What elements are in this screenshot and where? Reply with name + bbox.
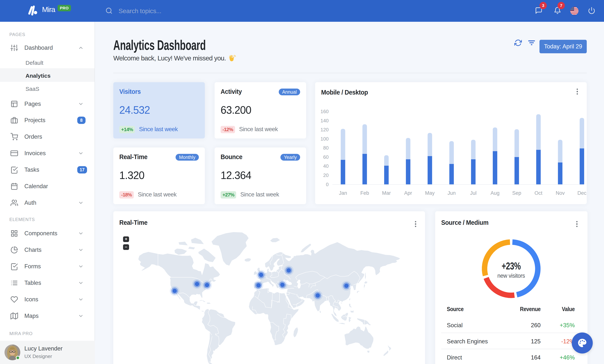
svg-text:80: 80: [323, 145, 329, 151]
svg-text:20: 20: [323, 172, 329, 178]
svg-text:40: 40: [323, 163, 329, 169]
svg-text:Sep: Sep: [512, 190, 521, 196]
svg-text:Nov: Nov: [556, 190, 565, 196]
svg-text:Jan: Jan: [339, 190, 347, 196]
svg-text:100: 100: [321, 136, 329, 142]
svg-text:140: 140: [321, 118, 329, 124]
svg-text:120: 120: [321, 127, 329, 132]
svg-text:Jul: Jul: [470, 190, 477, 196]
svg-text:Dec: Dec: [577, 190, 586, 196]
svg-text:Mar: Mar: [382, 190, 391, 196]
svg-text:Aug: Aug: [491, 190, 500, 196]
svg-text:60: 60: [323, 154, 329, 160]
svg-text:Oct: Oct: [535, 190, 543, 196]
svg-text:0: 0: [326, 182, 329, 187]
svg-text:Apr: Apr: [404, 190, 412, 196]
svg-text:160: 160: [321, 109, 329, 114]
svg-text:Jun: Jun: [448, 190, 456, 196]
svg-text:May: May: [425, 190, 435, 196]
svg-text:Feb: Feb: [360, 190, 369, 196]
